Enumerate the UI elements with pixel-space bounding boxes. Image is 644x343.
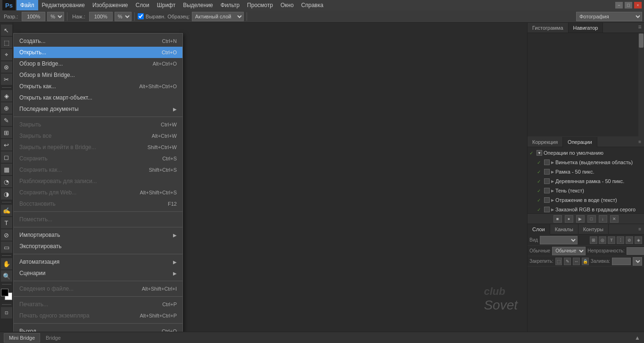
tab-operations[interactable]: Операции <box>563 137 597 147</box>
tool-move[interactable]: ↖ <box>1 25 12 36</box>
layers-btn-1[interactable]: ⊞ <box>590 236 597 244</box>
menu-item-automate[interactable]: Автоматизация ▶ <box>14 256 182 268</box>
ops-delete-btn[interactable]: ✕ <box>610 215 619 223</box>
mini-bridge-tab[interactable]: Mini Bridge <box>4 333 40 343</box>
menu-select[interactable]: Выделение <box>179 0 217 10</box>
toolbar-nazh-select[interactable]: % <box>115 12 132 21</box>
toolbar-vyravnit-checkbox[interactable] <box>138 13 144 19</box>
layers-lock-paint[interactable]: ✎ <box>564 258 571 265</box>
menu-filter[interactable]: Фильтр <box>217 0 243 10</box>
menu-image[interactable]: Изображение <box>89 0 132 10</box>
ops-panel-expand[interactable]: ≡ <box>636 139 644 144</box>
tool-history[interactable]: ↩ <box>1 139 12 151</box>
panel-scroll-thumb[interactable] <box>639 33 644 48</box>
tool-mode[interactable]: ⊡ <box>1 307 12 318</box>
layers-panel-expand[interactable]: ≡ <box>636 226 644 232</box>
tool-text[interactable]: T <box>1 217 12 228</box>
tool-gradient[interactable]: ▦ <box>1 164 12 175</box>
tool-zoom[interactable]: 🔍 <box>1 270 12 282</box>
ops-record-btn[interactable]: ● <box>565 215 573 223</box>
menu-item-exit[interactable]: Выход Ctrl+Q <box>14 326 182 332</box>
layers-lock-all[interactable]: 🔒 <box>582 258 589 265</box>
layers-blend-select[interactable]: Обычные <box>552 247 586 255</box>
menu-item-recent[interactable]: Последние документы ▶ <box>14 103 182 115</box>
toolbar-workspace-select[interactable]: Фотография <box>576 12 642 21</box>
layers-fill-input[interactable] <box>612 258 631 265</box>
tool-path[interactable]: ⊘ <box>1 229 12 241</box>
tool-hand[interactable]: ✋ <box>1 258 12 269</box>
tool-heal[interactable]: ⊕ <box>1 102 12 114</box>
separator-1 <box>14 117 182 117</box>
tab-navigator[interactable]: Навигатор <box>569 23 603 33</box>
ops-item-reflection[interactable]: ✓ ▶ Отражение в воде (текст) <box>528 195 644 205</box>
layers-btn-6[interactable]: ◈ <box>635 236 642 244</box>
menu-item-new[interactable]: Создать... Ctrl+N <box>14 35 182 47</box>
tool-crop[interactable]: ✂ <box>1 74 12 85</box>
tool-brush[interactable]: ✎ <box>1 115 12 126</box>
panel-scrollbar[interactable] <box>638 33 644 136</box>
tool-eraser[interactable]: ◻ <box>1 151 12 163</box>
tool-quick-select[interactable]: ⊛ <box>1 61 12 73</box>
tab-layers[interactable]: Слои <box>528 224 550 234</box>
color-swatches[interactable] <box>1 289 12 300</box>
tab-channels[interactable]: Каналы <box>550 224 578 234</box>
panel-options-icon[interactable]: ≡ <box>636 23 644 31</box>
tab-histogram[interactable]: Гистограмма <box>528 23 569 33</box>
layers-lock-move[interactable]: ↔ <box>573 258 580 265</box>
layers-lock-transparent[interactable]: ⬚ <box>555 258 562 265</box>
foreground-color[interactable] <box>1 289 8 296</box>
layers-fill-select[interactable] <box>633 257 642 266</box>
tool-marquee[interactable]: ⬚ <box>1 37 12 48</box>
ops-item-rgb-gray[interactable]: ✓ ▶ Заказной RGB в градации серого <box>528 205 644 213</box>
layers-btn-3[interactable]: T <box>608 236 615 244</box>
layers-btn-2[interactable]: ◎ <box>599 236 606 244</box>
ops-stop-btn[interactable]: ■ <box>553 215 562 223</box>
toolbar-obrazets-select[interactable]: Активный слой <box>192 12 244 21</box>
menu-item-open-as[interactable]: Открыть как... Alt+Shift+Ctrl+O <box>14 81 182 92</box>
layers-opacity-input[interactable] <box>627 247 644 255</box>
menu-edit[interactable]: Редактирование <box>38 0 89 10</box>
tool-dodge[interactable]: ◑ <box>1 188 12 200</box>
tool-blur[interactable]: ◔ <box>1 176 12 187</box>
toolbar-nazh-input[interactable] <box>89 12 113 21</box>
ops-play-btn[interactable]: ▶ <box>576 215 585 223</box>
toolbar-razmer-select[interactable]: % <box>47 12 64 21</box>
menu-item-scripts[interactable]: Сценарии ▶ <box>14 268 182 279</box>
menu-item-browse-mini-bridge[interactable]: Обзор в Mini Bridge... <box>14 69 182 81</box>
maximize-button[interactable]: □ <box>625 2 632 8</box>
layers-vid-select[interactable] <box>540 236 578 244</box>
menu-item-browse-bridge[interactable]: Обзор в Bridge... Alt+Ctrl+O <box>14 58 182 69</box>
ops-item-wood-frame[interactable]: ✓ ▶ Деревянная рамка - 50 пикс. <box>528 176 644 186</box>
tool-spacer-4 <box>2 284 11 284</box>
menu-file[interactable]: Файл <box>17 0 38 10</box>
menu-help[interactable]: Справка <box>297 0 327 10</box>
tool-lasso[interactable]: ⌖ <box>1 49 12 60</box>
menu-item-open-smart[interactable]: Открыть как смарт-объект... <box>14 92 182 103</box>
menu-layers[interactable]: Слои <box>132 0 153 10</box>
menu-item-import[interactable]: Импортировать ▶ <box>14 229 182 241</box>
toolbar-razmer-input[interactable] <box>22 12 45 21</box>
ops-item-frame50[interactable]: ✓ ▶ Рамка - 50 пикс. <box>528 167 644 176</box>
ops-item-vignette[interactable]: ✓ ▶ Виньетка (выделенная область) <box>528 158 644 167</box>
layers-btn-5[interactable]: ⊘ <box>626 236 633 244</box>
layers-btn-4[interactable]: ⋮ <box>617 236 624 244</box>
menu-view[interactable]: Просмотр <box>243 0 277 10</box>
bottom-expand-icon[interactable]: ▲ <box>635 335 640 341</box>
layers-content <box>528 267 644 332</box>
tool-pen[interactable]: ✍ <box>1 205 12 216</box>
tab-paths[interactable]: Контуры <box>578 224 609 234</box>
close-button[interactable]: × <box>634 2 642 8</box>
menu-font[interactable]: Шрифт <box>153 0 179 10</box>
tool-clone[interactable]: ⊞ <box>1 127 12 138</box>
tool-shape[interactable]: ▭ <box>1 242 12 253</box>
ops-new-btn[interactable]: ↓ <box>599 215 607 223</box>
tool-eyedropper[interactable]: ◈ <box>1 90 12 101</box>
menu-item-open[interactable]: Открыть... Ctrl+O <box>14 47 182 58</box>
minimize-button[interactable]: − <box>615 2 623 8</box>
tab-correction[interactable]: Коррекция <box>528 137 563 147</box>
menu-window[interactable]: Окно <box>277 0 297 10</box>
ops-item-shadow-text[interactable]: ✓ ▶ Тень (текст) <box>528 186 644 195</box>
ops-folder-btn[interactable]: □ <box>587 215 596 223</box>
menu-item-export[interactable]: Экспортировать <box>14 241 182 252</box>
ops-item-default-folder[interactable]: ✓ ▼ Операции по умолчанию <box>528 148 644 158</box>
